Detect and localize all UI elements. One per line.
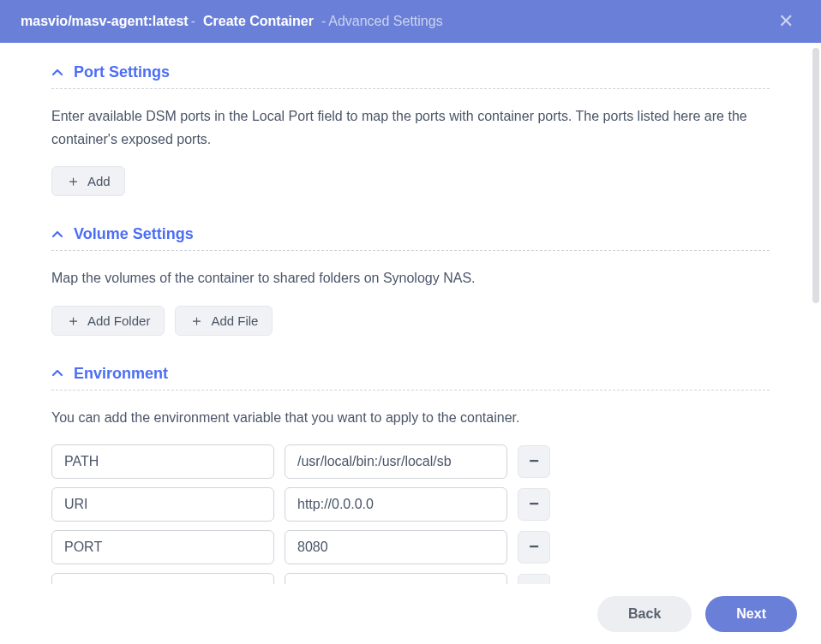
port-settings-section: Port Settings Enter available DSM ports … bbox=[51, 63, 770, 196]
env-value-input[interactable] bbox=[285, 530, 507, 564]
env-value-input[interactable] bbox=[285, 487, 507, 522]
environment-desc: You can add the environment variable tha… bbox=[51, 406, 770, 429]
add-folder-label: Add Folder bbox=[87, 313, 150, 328]
env-value-input[interactable] bbox=[285, 444, 507, 479]
remove-env-button[interactable]: − bbox=[518, 488, 550, 521]
volume-settings-section: Volume Settings Map the volumes of the c… bbox=[51, 225, 770, 335]
scrollbar[interactable] bbox=[812, 48, 819, 303]
plus-icon: ＋ bbox=[66, 174, 81, 188]
env-key-input[interactable] bbox=[51, 573, 274, 584]
chevron-up-icon bbox=[51, 229, 63, 241]
add-port-label: Add bbox=[87, 174, 111, 188]
header-sep-1: - bbox=[191, 14, 195, 29]
close-icon[interactable]: ✕ bbox=[771, 7, 800, 36]
env-rows: − − − − bbox=[51, 444, 770, 584]
volume-settings-header[interactable]: Volume Settings bbox=[51, 225, 770, 251]
remove-env-button[interactable]: − bbox=[518, 574, 550, 584]
port-settings-header[interactable]: Port Settings bbox=[51, 63, 770, 89]
environment-title: Environment bbox=[74, 365, 168, 383]
back-button[interactable]: Back bbox=[597, 596, 692, 632]
remove-env-button[interactable]: − bbox=[518, 531, 550, 564]
port-settings-title: Port Settings bbox=[74, 63, 170, 81]
next-button[interactable]: Next bbox=[705, 596, 797, 632]
env-row: − bbox=[51, 487, 770, 522]
minus-icon: − bbox=[529, 451, 539, 471]
env-row: − bbox=[51, 444, 770, 479]
volume-settings-title: Volume Settings bbox=[74, 225, 194, 243]
env-key-input[interactable] bbox=[51, 530, 274, 564]
env-row: − bbox=[51, 573, 770, 584]
header-image-name: masvio/masv-agent:latest bbox=[21, 14, 189, 29]
plus-icon: ＋ bbox=[189, 313, 204, 328]
plus-icon: ＋ bbox=[66, 313, 81, 328]
header-title: Create Container bbox=[203, 14, 314, 29]
add-file-label: Add File bbox=[211, 313, 258, 328]
port-settings-desc: Enter available DSM ports in the Local P… bbox=[51, 104, 770, 151]
environment-header[interactable]: Environment bbox=[51, 365, 770, 391]
env-value-input[interactable] bbox=[285, 573, 507, 584]
chevron-up-icon bbox=[51, 67, 63, 79]
header-subtitle: Advanced Settings bbox=[328, 14, 442, 29]
environment-section: Environment You can add the environment … bbox=[51, 365, 770, 584]
env-key-input[interactable] bbox=[51, 444, 274, 479]
env-key-input[interactable] bbox=[51, 487, 274, 522]
env-row: − bbox=[51, 530, 770, 564]
minus-icon: − bbox=[529, 494, 539, 514]
dialog-content: Port Settings Enter available DSM ports … bbox=[0, 43, 821, 584]
volume-settings-desc: Map the volumes of the container to shar… bbox=[51, 266, 770, 289]
add-file-button[interactable]: ＋ Add File bbox=[175, 306, 273, 336]
add-port-button[interactable]: ＋ Add bbox=[51, 166, 125, 196]
chevron-up-icon bbox=[51, 367, 63, 379]
minus-icon: − bbox=[529, 537, 539, 557]
remove-env-button[interactable]: − bbox=[518, 445, 550, 478]
header-sep-2: - bbox=[321, 14, 326, 29]
dialog-header: masvio/masv-agent:latest - Create Contai… bbox=[0, 0, 821, 43]
add-folder-button[interactable]: ＋ Add Folder bbox=[51, 306, 165, 336]
dialog-footer: Back Next bbox=[0, 584, 821, 644]
